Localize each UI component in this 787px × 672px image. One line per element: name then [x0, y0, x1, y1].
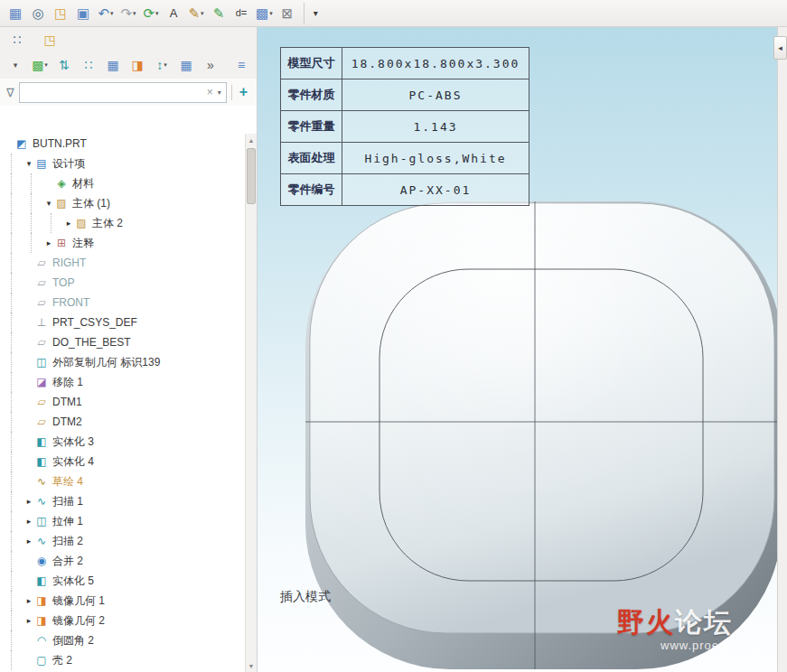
tree-item-mirror-geom-2[interactable]: ▸ ◨ 镜像几何 2 [4, 611, 245, 630]
component-interface-icon[interactable]: ▦ [5, 3, 25, 24]
model-tree-tab-icon[interactable]: ∷ [7, 29, 27, 51]
feature-icon: ▱ [34, 257, 49, 269]
save-icon[interactable]: ▣ [73, 3, 93, 24]
tree-item-remove-1[interactable]: ◪ 移除 1 [4, 372, 245, 392]
expand-arrow[interactable]: ▸ [23, 497, 34, 506]
spec-row-value: High-gloss,White [342, 143, 529, 174]
tree-guide [11, 471, 23, 491]
tree-dropdown-caret[interactable]: ▾ [5, 54, 25, 76]
tree-item-round-2[interactable]: ◠ 倒圆角 2 [4, 630, 245, 650]
tree-item-ext-copy-geom[interactable]: ◫ 外部复制几何 标识139 [4, 352, 245, 372]
tree-item-label: DO_THE_BEST [49, 336, 131, 349]
format-tool-icon[interactable]: ✎ [209, 3, 229, 24]
open-file-icon[interactable]: ◳ [51, 3, 70, 24]
tree-item-shell-2[interactable]: ▢ 壳 2 [4, 650, 245, 670]
tree-item-extrude-1[interactable]: ▸ ◫ 拉伸 1 [4, 511, 245, 531]
tree-item-solidify-4[interactable]: ◧ 实体化 4 [4, 452, 245, 471]
find-model-icon[interactable]: ◎ [28, 3, 48, 24]
add-filter-button[interactable]: + [237, 84, 250, 100]
tree-item-annotations[interactable]: ▸ ⊞ 注释 [4, 233, 245, 253]
text-tool-icon[interactable]: A [164, 3, 183, 24]
tree-item-label: 实体化 4 [49, 454, 94, 470]
tree-item-dtm2[interactable]: ▱ DTM2 [4, 412, 245, 432]
tree-list-view-icon[interactable]: ≡ [231, 54, 251, 76]
feature-icon: ∿ [34, 475, 49, 488]
tree-columns-icon[interactable]: ∷ [79, 54, 98, 76]
spec-row-label: 表面处理 [281, 143, 342, 174]
tree-table-icon[interactable]: ▦ [176, 54, 196, 76]
navigator-tabs: ∷ ◳ [0, 27, 257, 51]
tree-item-label: 镜像几何 1 [49, 593, 105, 609]
expand-arrow[interactable]: ▸ [63, 219, 74, 228]
pattern-tool-icon[interactable]: ▩ ▾ [254, 3, 275, 24]
expand-arrow[interactable]: ▸ [43, 238, 54, 247]
tree-scrollbar[interactable]: ▲ ▼ [245, 134, 257, 672]
spec-table: 模型尺寸 18.800x18.800x3.300 零件材质 PC-ABS 零件重… [280, 47, 529, 206]
folder-browser-icon[interactable]: ◳ [40, 29, 60, 51]
tree-item-solidify-3[interactable]: ◧ 实体化 3 [4, 432, 245, 452]
tree-item-plane-top[interactable]: ▱ TOP [4, 273, 245, 293]
scroll-up-arrow[interactable]: ▲ [246, 134, 257, 146]
close-window-icon[interactable]: ⊠ [277, 3, 297, 24]
scroll-down-arrow[interactable]: ▼ [246, 659, 257, 672]
tree-item-body-1[interactable]: ▾ ▨ 主体 (1) [4, 193, 245, 213]
spec-row-label: 零件材质 [281, 79, 342, 111]
spec-row-label: 零件编号 [281, 174, 342, 206]
tree-item-butn-prt[interactable]: ◩ BUTN.PRT [4, 134, 245, 154]
tree-item-sweep-1[interactable]: ▸ ∿ 扫描 1 [4, 491, 245, 511]
tree-item-merge-2[interactable]: ◉ 合并 2 [4, 551, 245, 571]
tree-item-plane-front[interactable]: ▱ FRONT [4, 293, 245, 313]
tree-item-solidify-5[interactable]: ◧ 实体化 5 [4, 571, 245, 591]
expand-arrow[interactable]: ▾ [43, 199, 54, 208]
search-dropdown-icon[interactable]: ▾ [216, 89, 223, 97]
feature-icon: ◫ [34, 515, 49, 527]
tree-item-label: 倒圆角 2 [49, 633, 94, 649]
tree-filter-row: ∇ × ▾ + [0, 79, 257, 106]
toolbar-overflow-dropdown[interactable]: ▾ [304, 3, 323, 24]
tree-guide [11, 392, 23, 412]
watermark-url: www.proewildfire.cn [661, 639, 777, 652]
expand-arrow[interactable]: ▸ [23, 616, 34, 625]
style-tree-icon[interactable]: ◨ [127, 54, 147, 76]
tree-item-sweep-2[interactable]: ▸ ∿ 扫描 2 [4, 531, 245, 551]
clear-search-icon[interactable]: × [204, 86, 216, 98]
right-panel-strip: ◂ [777, 27, 787, 672]
expand-arrow[interactable]: ▸ [23, 517, 34, 526]
show-settings-icon[interactable]: ▩ ▾ [30, 54, 50, 76]
feature-icon: ∿ [34, 495, 49, 508]
undo-icon[interactable]: ↶ ▾ [96, 3, 116, 24]
toolbar-more-chevrons[interactable]: » [201, 54, 220, 76]
expand-arrow[interactable]: ▸ [23, 537, 34, 546]
watermark-brand-light: 论坛 [675, 607, 733, 637]
tree-search-input[interactable] [23, 84, 204, 101]
panel-collapse-button[interactable]: ◂ [773, 36, 787, 60]
regenerate-icon[interactable]: ⟳ ▾ [141, 3, 161, 24]
layer-tree-icon[interactable]: ▦ [103, 54, 123, 76]
sort-tree-icon[interactable]: ↕ ▾ [152, 54, 172, 76]
feature-icon: ⊥ [34, 316, 49, 329]
dimension-tool-icon[interactable]: d= [231, 3, 251, 24]
graphics-viewport[interactable]: 模型尺寸 18.800x18.800x3.300 零件材质 PC-ABS 零件重… [258, 27, 777, 672]
tree-item-label: 镜像几何 2 [49, 613, 105, 629]
scroll-thumb[interactable] [247, 148, 256, 204]
expand-arrow[interactable]: ▸ [23, 596, 34, 605]
tree-guide [11, 372, 23, 392]
redo-icon[interactable]: ↷ ▾ [118, 3, 138, 24]
tree-item-prt-csys-def[interactable]: ⊥ PRT_CSYS_DEF [4, 313, 245, 332]
tree-filters-icon[interactable]: ⇅ [54, 54, 74, 76]
tree-item-label: 壳 2 [49, 653, 72, 668]
tree-item-material[interactable]: ◈ 材料 [4, 173, 245, 193]
tree-item-design-items[interactable]: ▾ ▤ 设计项 [4, 154, 245, 173]
tree-guide [11, 591, 23, 611]
tree-item-plane-right[interactable]: ▱ RIGHT [4, 253, 245, 273]
tree-item-sketch-4[interactable]: ∿ 草绘 4 [4, 471, 245, 491]
tree-item-do-the-best[interactable]: ▱ DO_THE_BEST [4, 332, 245, 352]
navigator-panel: ∷ ◳ ▾ ▩ ▾ ⇅ ∷ ▦ ◨ ↕ ▾ ▦ » ≡ ∇ [0, 27, 258, 672]
tree-item-mirror-geom-1[interactable]: ▸ ◨ 镜像几何 1 [4, 591, 245, 611]
sketch-tool-icon[interactable]: ✎ ▾ [186, 3, 206, 24]
tree-item-body-2[interactable]: ▸ ▨ 主体 2 [4, 213, 245, 233]
expand-arrow[interactable]: ▾ [23, 159, 34, 168]
feature-icon: ∿ [34, 535, 49, 547]
feature-icon: ▱ [34, 415, 49, 428]
tree-item-dtm1[interactable]: ▱ DTM1 [4, 392, 245, 412]
